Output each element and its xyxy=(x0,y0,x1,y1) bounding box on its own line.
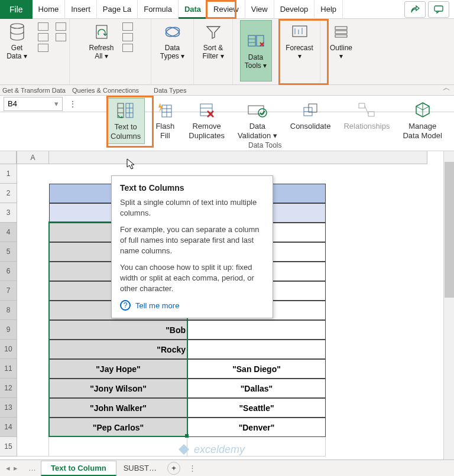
data-types-button[interactable]: Data Types ▾ xyxy=(157,20,189,63)
home-tab[interactable]: Home xyxy=(33,0,66,19)
svg-rect-33 xyxy=(309,104,317,112)
table-cell-city[interactable]: "San Diego" xyxy=(187,359,326,379)
table-cell-name[interactable]: "Pep Carlos" xyxy=(49,418,187,437)
outline-icon xyxy=(332,22,351,41)
row-header[interactable]: 10 xyxy=(0,340,17,359)
comments-button[interactable] xyxy=(428,1,449,18)
add-sheet-button[interactable]: + xyxy=(167,462,180,475)
table-cell-name[interactable]: "Rocky xyxy=(49,340,187,359)
sheet-tab-active[interactable]: Text to Column xyxy=(41,461,116,476)
table-cell-city[interactable]: "Seattle" xyxy=(187,398,326,418)
svg-rect-14 xyxy=(335,31,347,34)
tooltip-p2: For example, you can separate a column o… xyxy=(120,224,264,256)
get-data-small-icons[interactable] xyxy=(35,20,51,54)
table-cell-name[interactable]: "Bob xyxy=(49,320,187,340)
row-header[interactable]: 15 xyxy=(0,437,17,457)
text-to-columns-tooltip: Text to Columns Split a single column of… xyxy=(111,175,273,318)
row-header[interactable]: 2 xyxy=(0,184,17,203)
view-tab[interactable]: View xyxy=(245,0,274,19)
forecast-button[interactable]: Forecast ▾ xyxy=(282,20,317,63)
filter-icon xyxy=(204,22,223,41)
table-cell-name[interactable]: "John Walker" xyxy=(49,398,187,418)
developer-tab[interactable]: Develop xyxy=(274,0,315,19)
refresh-icon xyxy=(92,22,111,41)
svg-line-37 xyxy=(365,106,368,114)
review-tab[interactable]: Review xyxy=(207,0,245,19)
row-header[interactable]: 1 xyxy=(0,164,17,184)
manage-data-model-button[interactable]: Manage Data Model xyxy=(399,98,445,143)
outline-button[interactable]: Outline ▾ xyxy=(325,20,357,63)
sort-filter-button[interactable]: Sort & Filter ▾ xyxy=(197,20,229,63)
table-cell-city[interactable]: "Dallas" xyxy=(187,379,326,398)
row-header[interactable]: 12 xyxy=(0,379,17,398)
ribbon-group-labels: Get & Transform Data Queries & Connectio… xyxy=(0,85,454,96)
scrollbar-thumb[interactable] xyxy=(445,162,454,298)
file-tab[interactable]: File xyxy=(0,0,33,19)
tooltip-p3: You can choose how to split it up: fixed… xyxy=(120,262,264,294)
data-types-icon xyxy=(163,22,182,41)
queries-small-icons[interactable] xyxy=(120,20,135,54)
help-tab[interactable]: Help xyxy=(314,0,343,19)
get-data-small-icons-2[interactable] xyxy=(53,20,69,44)
select-all-corner[interactable] xyxy=(0,151,17,164)
data-tools-icon xyxy=(247,32,265,51)
svg-rect-13 xyxy=(335,27,347,30)
row-header[interactable]: 4 xyxy=(0,223,17,242)
data-tools-button[interactable]: Data Tools ▾ xyxy=(240,20,272,81)
tell-me-more-link[interactable]: ? Tell me more xyxy=(120,300,264,311)
database-icon xyxy=(8,22,27,41)
row-header[interactable]: 8 xyxy=(0,301,17,320)
flash-fill-icon xyxy=(154,100,176,120)
data-validation-icon xyxy=(247,100,268,120)
row-header[interactable]: 11 xyxy=(0,359,17,379)
data-tab[interactable]: Data xyxy=(179,0,207,19)
svg-rect-5 xyxy=(248,35,255,46)
col-rest[interactable] xyxy=(49,151,427,164)
tooltip-p1: Split a single column of text into multi… xyxy=(120,197,264,219)
data-tools-group-label: Data Tools xyxy=(248,141,281,149)
table-cell-name[interactable]: "Jay Hope" xyxy=(49,359,187,379)
get-data-button[interactable]: Get Data ▾ xyxy=(1,20,33,63)
svg-rect-30 xyxy=(248,106,264,114)
vertical-scrollbar[interactable] xyxy=(443,151,454,459)
row-header[interactable]: 7 xyxy=(0,281,17,301)
collapse-ribbon-button[interactable]: ︿ xyxy=(443,83,450,93)
svg-rect-36 xyxy=(368,112,374,116)
ribbon-tabs: File Home Insert Page La Formula Data Re… xyxy=(0,0,454,19)
flash-fill-button[interactable]: Flash Fill xyxy=(151,98,179,143)
formula-tab[interactable]: Formula xyxy=(138,0,179,19)
consolidate-button[interactable]: Consolidate xyxy=(287,98,335,133)
row-header[interactable]: 13 xyxy=(0,398,17,418)
text-to-columns-icon xyxy=(115,101,137,121)
row-header[interactable]: 5 xyxy=(0,242,17,262)
ribbon: Get Data ▾ Refresh All ▾ Data Types ▾ xyxy=(0,19,454,85)
data-validation-button[interactable]: Data Validation ▾ xyxy=(234,98,281,143)
svg-point-4 xyxy=(164,25,180,38)
page-layout-tab[interactable]: Page La xyxy=(97,0,138,19)
svg-point-1 xyxy=(11,24,24,28)
insert-tab[interactable]: Insert xyxy=(65,0,97,19)
text-to-columns-button[interactable]: Text to Columns xyxy=(106,98,145,144)
sheet-menu[interactable]: … xyxy=(24,464,41,472)
table-cell-city[interactable]: "Denver" xyxy=(187,418,326,437)
relationships-button[interactable]: Relationships xyxy=(340,98,393,133)
table-cell-city[interactable] xyxy=(187,320,326,340)
row-header[interactable]: 9 xyxy=(0,320,17,340)
sheet-menu-2[interactable]: ⋮ xyxy=(184,464,201,472)
watermark: exceldemy xyxy=(177,443,245,456)
svg-point-31 xyxy=(258,109,267,117)
refresh-all-button[interactable]: Refresh All ▾ xyxy=(85,20,117,63)
sheet-tab-other[interactable]: SUBST… xyxy=(116,461,164,475)
data-tools-subribbon: Text to Columns Flash Fill Remove Duplic… xyxy=(0,96,454,151)
table-cell-name[interactable]: "Jony Wilson" xyxy=(49,379,187,398)
row-header[interactable]: 6 xyxy=(0,262,17,281)
tooltip-title: Text to Columns xyxy=(120,183,264,193)
row-header[interactable]: 14 xyxy=(0,418,17,437)
row-header[interactable]: 3 xyxy=(0,203,17,223)
remove-duplicates-button[interactable]: Remove Duplicates xyxy=(185,98,228,143)
remove-duplicates-icon xyxy=(196,100,218,120)
share-button[interactable] xyxy=(404,1,426,18)
sheet-nav[interactable]: ◂▸ xyxy=(0,464,24,472)
col-a[interactable]: A xyxy=(17,151,49,164)
table-cell-city[interactable] xyxy=(187,340,326,359)
